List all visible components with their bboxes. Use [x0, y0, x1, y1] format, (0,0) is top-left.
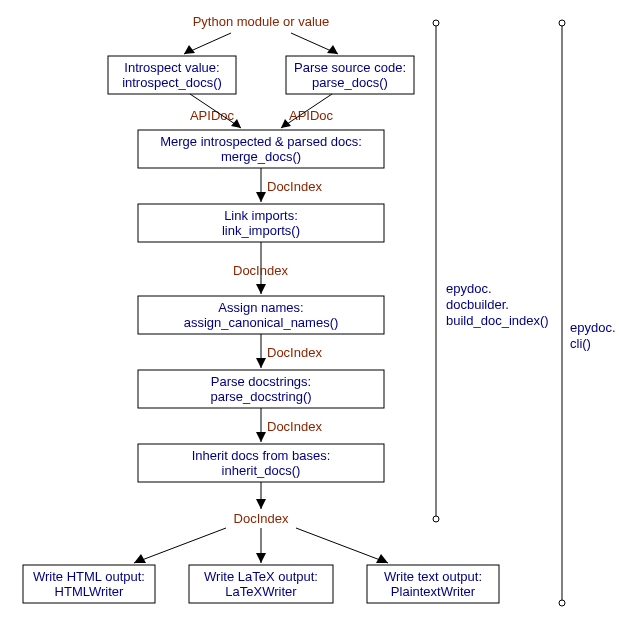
arrow-inherit-down — [256, 482, 266, 509]
node-merge: Merge introspected & parsed docs: merge_… — [138, 130, 384, 168]
node-latex-l1: Write LaTeX output: — [204, 569, 318, 584]
arrow-to-html — [134, 528, 226, 563]
edge-label-docindex-2: DocIndex — [233, 263, 288, 278]
bracket-inner-l2: docbuilder. — [446, 297, 509, 312]
node-merge-l2: merge_docs() — [221, 149, 301, 164]
node-parse: Parse source code: parse_docs() — [286, 56, 414, 94]
arrow-top-to-introspect — [184, 33, 231, 54]
node-text: Write text output: PlaintextWriter — [367, 565, 499, 603]
arrow-top-to-parse — [291, 33, 338, 54]
svg-point-39 — [559, 600, 565, 606]
node-link: Link imports: link_imports() — [138, 204, 384, 242]
arrow-parsedoc-to-inherit — [256, 408, 266, 442]
node-link-l2: link_imports() — [222, 223, 300, 238]
node-assign-l1: Assign names: — [218, 300, 303, 315]
bracket-outer-l1: epydoc. — [570, 320, 616, 335]
node-introspect: Introspect value: introspect_docs() — [108, 56, 236, 94]
svg-point-38 — [559, 20, 565, 26]
edge-label-docindex-1: DocIndex — [267, 179, 322, 194]
edge-label-apidoc-right: APIDoc — [289, 108, 334, 123]
arrow-merge-to-link — [256, 168, 266, 202]
node-text-l2: PlaintextWriter — [391, 584, 476, 599]
svg-line-25 — [134, 528, 226, 563]
edge-label-apidoc-left: APIDoc — [190, 108, 235, 123]
node-latex: Write LaTeX output: LaTeXWriter — [189, 565, 333, 603]
edge-label-docindex-5: DocIndex — [234, 511, 289, 526]
bracket-inner-l1: epydoc. — [446, 281, 492, 296]
arrow-to-latex — [256, 528, 266, 563]
svg-point-36 — [433, 516, 439, 522]
node-merge-l1: Merge introspected & parsed docs: — [160, 134, 362, 149]
node-inherit: Inherit docs from bases: inherit_docs() — [138, 444, 384, 482]
svg-line-29 — [296, 528, 388, 563]
node-parsedoc-l1: Parse docstrings: — [211, 374, 311, 389]
node-text-l1: Write text output: — [384, 569, 482, 584]
node-parse-l1: Parse source code: — [294, 60, 406, 75]
node-introspect-l1: Introspect value: — [124, 60, 219, 75]
svg-marker-28 — [256, 553, 266, 563]
node-html-l2: HTMLWriter — [55, 584, 125, 599]
svg-marker-18 — [256, 358, 266, 368]
node-latex-l2: LaTeXWriter — [225, 584, 297, 599]
edge-label-docindex-4: DocIndex — [267, 419, 322, 434]
svg-marker-12 — [256, 192, 266, 202]
svg-marker-15 — [256, 284, 266, 294]
arrow-assign-to-parsedoc — [256, 334, 266, 368]
bracket-inner-l3: build_doc_index() — [446, 313, 549, 328]
node-introspect-l2: introspect_docs() — [122, 75, 222, 90]
bracket-docbuilder — [433, 20, 439, 522]
svg-marker-30 — [376, 554, 388, 563]
node-parsedoc: Parse docstrings: parse_docstring() — [138, 370, 384, 408]
node-inherit-l1: Inherit docs from bases: — [192, 448, 331, 463]
svg-marker-21 — [256, 432, 266, 442]
bracket-outer-l2: cli() — [570, 336, 591, 351]
node-parse-l2: parse_docs() — [312, 75, 388, 90]
node-assign: Assign names: assign_canonical_names() — [138, 296, 384, 334]
edge-label-docindex-3: DocIndex — [267, 345, 322, 360]
node-assign-l2: assign_canonical_names() — [184, 315, 339, 330]
node-html: Write HTML output: HTMLWriter — [23, 565, 155, 603]
node-inherit-l2: inherit_docs() — [222, 463, 301, 478]
arrow-to-text — [296, 528, 388, 563]
top-label: Python module or value — [193, 14, 330, 29]
bracket-cli — [559, 20, 565, 606]
svg-point-35 — [433, 20, 439, 26]
svg-marker-26 — [134, 554, 146, 563]
node-link-l1: Link imports: — [224, 208, 298, 223]
node-parsedoc-l2: parse_docstring() — [210, 389, 311, 404]
node-html-l1: Write HTML output: — [33, 569, 145, 584]
svg-marker-24 — [256, 499, 266, 509]
